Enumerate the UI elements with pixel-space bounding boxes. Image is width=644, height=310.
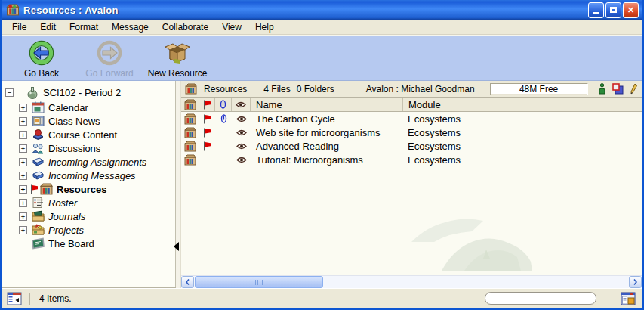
expand-icon[interactable]: +	[19, 212, 27, 221]
app-window: Resources : Avalon ✕ File Edit Format Me…	[0, 0, 644, 310]
expand-icon[interactable]: +	[19, 131, 27, 139]
grid-view-icon[interactable]	[621, 292, 636, 305]
item-name: Tutorial: Microorganisms	[251, 154, 402, 166]
status-progress-box	[485, 292, 596, 305]
sidebar-item-roster[interactable]: + Roster	[5, 196, 175, 209]
sidebar-item-discussions[interactable]: + Discussions	[5, 141, 175, 155]
sidebar-item-journals[interactable]: + Journals	[5, 209, 175, 223]
list-item[interactable]: Advanced Reading Ecosystems	[181, 139, 642, 153]
item-module: Ecosystems	[402, 154, 642, 166]
list-item[interactable]: The Carbon Cycle Ecosystems	[181, 112, 642, 126]
sidebar-item-class-news[interactable]: + Class News	[5, 114, 175, 128]
board-icon	[32, 237, 45, 250]
new-resource-button[interactable]: New Resource	[146, 39, 209, 79]
menu-collaborate[interactable]: Collaborate	[156, 20, 215, 34]
red-flag-icon	[203, 128, 211, 138]
account-label: Avalon : Michael Goodman	[366, 84, 475, 95]
expand-icon[interactable]: +	[19, 104, 27, 112]
collapse-expander-icon[interactable]: −	[5, 88, 14, 97]
sidebar-item-label: Roster	[48, 197, 77, 209]
sidebar-item-label: Projects	[48, 225, 84, 236]
resource-box-icon	[184, 141, 196, 152]
tree-root-label: SCI102 - Period 2	[43, 87, 121, 98]
sidebar-item-course-content[interactable]: + Course Content	[5, 128, 175, 141]
go-forward-button[interactable]: Go Forward	[78, 39, 141, 79]
minimize-icon	[593, 12, 599, 14]
layers-icon[interactable]	[612, 83, 624, 95]
list-item[interactable]: Tutorial: Microorganisms Ecosystems	[181, 153, 642, 166]
pencil-icon[interactable]	[630, 83, 637, 95]
menu-file[interactable]: File	[5, 20, 33, 34]
expand-icon[interactable]: +	[19, 199, 27, 207]
item-type-column-header[interactable]	[181, 98, 199, 111]
tree-root-sci102[interactable]: − SCI102 - Period 2	[5, 85, 175, 99]
eye-icon	[236, 143, 247, 150]
sidebar-item-incoming-assignments[interactable]: + Incoming Assignments	[5, 155, 175, 169]
red-flag-icon	[203, 100, 211, 110]
scrollbar-track[interactable]	[323, 276, 629, 288]
chevron-left-icon	[186, 279, 190, 285]
list-info-bar: Resources 4 Files 0 Folders Avalon : Mic…	[181, 81, 642, 98]
attachment-column-header[interactable]	[215, 98, 232, 111]
resources-list-panel: Resources 4 Files 0 Folders Avalon : Mic…	[180, 81, 642, 288]
item-module: Ecosystems	[402, 127, 642, 138]
new-resource-icon	[163, 39, 192, 67]
sidebar-item-incoming-messages[interactable]: + Incoming Messages	[5, 169, 175, 182]
panel-view-icon[interactable]	[7, 292, 22, 305]
folder-count: 0 Folders	[297, 84, 334, 95]
sidebar-item-resources[interactable]: + Resources	[5, 182, 175, 196]
close-icon: ✕	[627, 6, 634, 14]
menu-view[interactable]: View	[215, 20, 248, 34]
red-flag-icon	[30, 184, 39, 194]
incoming-book-icon	[32, 169, 45, 181]
resource-box-icon	[184, 154, 196, 166]
menu-edit[interactable]: Edit	[33, 20, 63, 34]
journal-folder-icon	[32, 210, 45, 222]
flag-column-header[interactable]	[199, 98, 215, 111]
expand-icon[interactable]: +	[19, 185, 27, 194]
person-icon[interactable]	[599, 83, 605, 95]
sidebar-item-the-board[interactable]: The Board	[5, 237, 175, 250]
flask-icon	[26, 86, 39, 99]
project-folder-icon	[32, 224, 45, 236]
scrollbar-thumb[interactable]	[195, 276, 323, 288]
new-resource-label: New Resource	[148, 68, 208, 79]
resource-box-icon	[184, 127, 196, 138]
sidebar-item-calendar[interactable]: + Calendar	[5, 101, 175, 114]
expand-icon[interactable]: +	[19, 158, 27, 166]
status-bar: 4 Items.	[2, 288, 642, 308]
incoming-book-icon	[32, 156, 45, 168]
unread-column-header[interactable]	[232, 98, 251, 111]
scroll-left-button[interactable]	[181, 276, 194, 288]
item-count-text: 4 Items.	[39, 293, 72, 304]
horizontal-scrollbar[interactable]	[181, 275, 642, 288]
resource-box-icon	[184, 113, 196, 125]
sidebar-item-projects[interactable]: + Projects	[5, 223, 175, 237]
item-name: The Carbon Cycle	[251, 113, 402, 125]
name-column-header[interactable]: Name	[251, 99, 402, 110]
free-space-indicator: 48M Free	[490, 83, 588, 95]
expand-icon[interactable]: +	[19, 172, 27, 180]
menu-format[interactable]: Format	[63, 20, 105, 34]
list-title: Resources	[204, 84, 247, 95]
close-button[interactable]: ✕	[623, 2, 639, 18]
scroll-right-button[interactable]	[629, 276, 642, 288]
module-column-header[interactable]: Module	[402, 98, 642, 111]
title-bar[interactable]: Resources : Avalon ✕	[2, 0, 642, 20]
collapse-panel-arrow-icon[interactable]	[174, 242, 179, 251]
go-back-button[interactable]: Go Back	[10, 39, 73, 79]
list-item[interactable]: Web site for microorganisms Ecosystems	[181, 126, 642, 139]
eye-icon	[236, 116, 247, 122]
menu-help[interactable]: Help	[248, 20, 281, 34]
window-title: Resources : Avalon	[23, 5, 119, 16]
maximize-button[interactable]	[605, 2, 621, 18]
sidebar-item-label: Discussions	[48, 143, 100, 154]
resource-box-icon	[40, 183, 53, 195]
expand-icon[interactable]: +	[19, 117, 27, 126]
menu-message[interactable]: Message	[105, 20, 156, 34]
expand-icon[interactable]: +	[19, 144, 27, 153]
eye-icon	[236, 129, 247, 136]
expand-icon[interactable]: +	[19, 226, 27, 234]
minimize-button[interactable]	[588, 2, 604, 18]
sidebar-item-label: Class News	[48, 116, 100, 127]
